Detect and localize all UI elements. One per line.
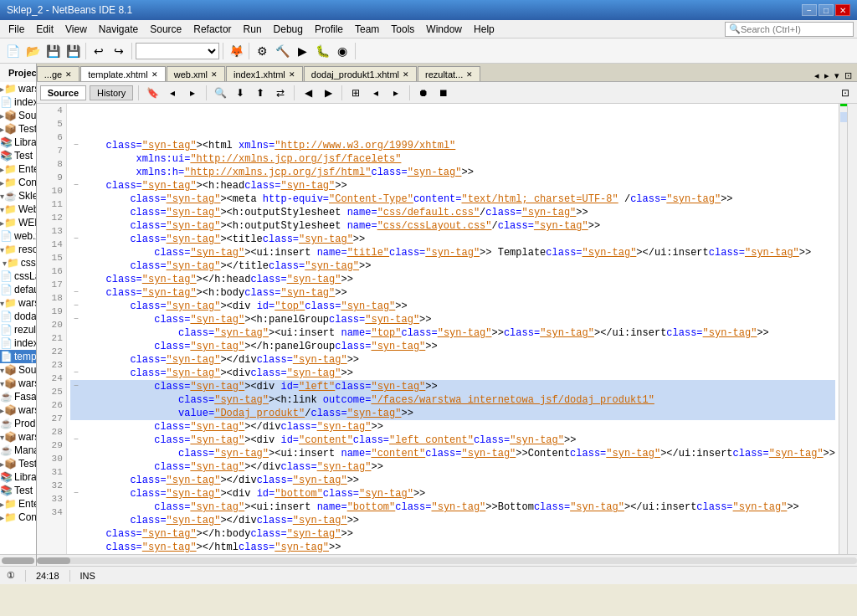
tree-item[interactable]: ▾ 📦 warstwa_biznesowa: [0, 377, 36, 390]
fold-icon[interactable]: [70, 340, 82, 353]
menu-file[interactable]: File: [3, 22, 29, 37]
save-all-button[interactable]: 💾: [64, 42, 82, 60]
tree-item[interactable]: 📄 web.xml: [0, 229, 36, 243]
tree-item[interactable]: ▸ 📁 WEB-INF: [0, 216, 36, 229]
vertical-scrollbar[interactable]: [847, 104, 857, 554]
fold-icon[interactable]: [70, 501, 82, 514]
replace-button[interactable]: ⇄: [272, 85, 289, 101]
fold-icon[interactable]: [70, 326, 82, 340]
find-prev[interactable]: ⬆: [252, 85, 269, 101]
fold-icon[interactable]: −: [70, 300, 82, 313]
menu-window[interactable]: Window: [421, 22, 467, 37]
menu-refactor[interactable]: Refactor: [188, 22, 236, 37]
menu-run[interactable]: Run: [239, 22, 267, 37]
left-hscrollbar[interactable]: [0, 554, 36, 566]
fold-icon[interactable]: −: [70, 313, 82, 326]
tree-item[interactable]: ▾ 📁 warstwa_internetowa_jsf: [0, 296, 36, 310]
editor-tab[interactable]: rezultat...✕: [418, 66, 480, 81]
diff-prev[interactable]: ◂: [367, 85, 384, 101]
tree-item[interactable]: 📄 default.css: [0, 283, 36, 296]
menu-tools[interactable]: Tools: [386, 22, 419, 37]
tree-item[interactable]: 📚 Test Libraries: [0, 149, 36, 162]
editor-tab[interactable]: ...ge✕: [37, 66, 80, 81]
menu-navigate[interactable]: Navigate: [94, 22, 143, 37]
fold-icon[interactable]: [70, 192, 82, 206]
toggle-record[interactable]: ⏺: [415, 85, 432, 101]
fold-icon[interactable]: [70, 166, 82, 179]
fold-icon[interactable]: [70, 219, 82, 233]
toggle-bookmarks[interactable]: 🔖: [144, 85, 161, 101]
right-hscrollbar[interactable]: [37, 554, 857, 566]
save-button[interactable]: 💾: [44, 42, 62, 60]
tree-item[interactable]: 📄 index1.xhtml: [0, 336, 36, 350]
editor-tab[interactable]: template.xhtml✕: [80, 66, 166, 81]
tree-item[interactable]: ▸ 📁 Enterprise Beans: [0, 162, 36, 176]
profile-run-button[interactable]: ◉: [333, 42, 352, 60]
menu-help[interactable]: Help: [469, 22, 500, 37]
tree-item[interactable]: ▸ 📁 warstwa_internetowa_jsf: [0, 82, 36, 95]
fold-icon[interactable]: −: [70, 233, 82, 246]
fold-icon[interactable]: −: [70, 286, 82, 300]
tree-item[interactable]: ▸ 📦 warstwa_biznesowa.entity: [0, 403, 36, 417]
fold-icon[interactable]: [70, 514, 82, 527]
new-project-button[interactable]: 📄: [3, 42, 22, 60]
fold-icon[interactable]: [70, 393, 82, 407]
fold-icon[interactable]: [70, 460, 82, 474]
history-tab[interactable]: History: [90, 85, 133, 100]
tree-item[interactable]: 📚 Libraries: [0, 136, 36, 149]
context-dropdown[interactable]: [136, 43, 219, 59]
close-button[interactable]: ✕: [835, 4, 850, 16]
clean-build-button[interactable]: 🔨: [273, 42, 291, 60]
open-project-button[interactable]: 📂: [23, 42, 42, 60]
tree-item[interactable]: 📄 index.xhtml: [0, 95, 36, 109]
menu-view[interactable]: View: [60, 22, 92, 37]
fold-icon[interactable]: [70, 474, 82, 487]
fold-icon[interactable]: −: [70, 367, 82, 380]
next-bookmark[interactable]: ▸: [184, 85, 201, 101]
fold-icon[interactable]: [70, 246, 82, 259]
tree-item[interactable]: ▸ 📁 Configuration Files: [0, 511, 36, 524]
scroll-tabs-left[interactable]: ◂: [813, 70, 821, 81]
fold-icon[interactable]: [70, 152, 82, 166]
fold-icon[interactable]: −: [70, 434, 82, 447]
editor-tab[interactable]: web.xml✕: [167, 66, 225, 81]
fold-icon[interactable]: [70, 259, 82, 273]
tree-item[interactable]: 📚 Test Libraries: [0, 484, 36, 497]
tree-item[interactable]: ▸ 📁 Enterprise Beans: [0, 497, 36, 511]
right-scroll-thumb[interactable]: [37, 557, 70, 564]
left-scroll-thumb[interactable]: [2, 557, 34, 564]
tab-projects[interactable]: Projects: [0, 64, 37, 82]
run-button[interactable]: ▶: [293, 42, 311, 60]
fold-icon[interactable]: [70, 420, 82, 434]
tree-item[interactable]: 📄 template.xhtml: [0, 350, 36, 363]
code-content[interactable]: − class="syn-tag"><html xmlns="http://ww…: [67, 104, 839, 554]
tree-item[interactable]: ▾ 📦 Source Packages: [0, 363, 36, 377]
tree-item[interactable]: 📚 Libraries: [0, 470, 36, 484]
fold-icon[interactable]: [70, 541, 82, 554]
find-next[interactable]: ⬇: [232, 85, 249, 101]
search-box[interactable]: 🔍: [725, 22, 854, 37]
fold-icon[interactable]: [70, 407, 82, 420]
fold-icon[interactable]: [70, 273, 82, 286]
menu-team[interactable]: Team: [350, 22, 384, 37]
tree-item[interactable]: ▾ 📦 warstwa_internetowa: [0, 430, 36, 444]
fold-icon[interactable]: [70, 206, 82, 219]
tree-item[interactable]: 📄 rezultat1.xhtml: [0, 323, 36, 336]
fold-icon[interactable]: [70, 447, 82, 460]
left-scroll-track[interactable]: [2, 557, 34, 564]
tree-item[interactable]: 📄 dodaj_produkt1.xhtml: [0, 310, 36, 323]
tree-item[interactable]: ▸ 📦 Source Packages: [0, 109, 36, 122]
prev-bookmark[interactable]: ◂: [164, 85, 181, 101]
scroll-tabs-right[interactable]: ▸: [823, 70, 831, 81]
tree-item[interactable]: ▾ ☕ Sklep_2: [0, 189, 36, 203]
search-input[interactable]: [741, 24, 849, 34]
fold-icon[interactable]: [70, 527, 82, 541]
toggle-diff[interactable]: ⊞: [347, 85, 364, 101]
editor-tab-menu[interactable]: ▾: [833, 70, 841, 81]
fold-icon[interactable]: −: [70, 139, 82, 152]
tree-item[interactable]: ▾ 📁 css: [0, 256, 36, 270]
browser-button[interactable]: 🦊: [227, 42, 245, 60]
fold-icon[interactable]: −: [70, 179, 82, 192]
tree-item[interactable]: ☕ Fasada_warstwy_biznesowej.java: [0, 390, 36, 403]
next-error[interactable]: ▶: [320, 85, 336, 101]
